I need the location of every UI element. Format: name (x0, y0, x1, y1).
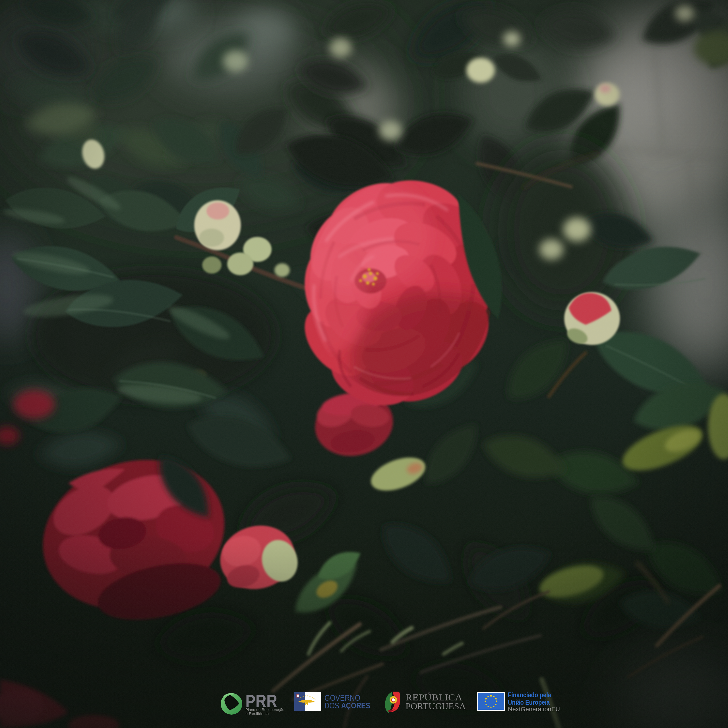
svg-text:Plano de Recuperação: Plano de Recuperação (245, 708, 284, 712)
svg-text:NextGenerationEU: NextGenerationEU (508, 705, 560, 713)
svg-text:União Europeia: União Europeia (508, 699, 550, 706)
svg-text:Financiado pela: Financiado pela (508, 691, 551, 699)
svg-text:DOS AÇORES: DOS AÇORES (324, 701, 370, 710)
svg-text:REPÚBLICA: REPÚBLICA (405, 693, 463, 702)
svg-text:PORTUGUESA: PORTUGUESA (405, 701, 466, 711)
svg-text:e Resiliência: e Resiliência (245, 712, 269, 716)
